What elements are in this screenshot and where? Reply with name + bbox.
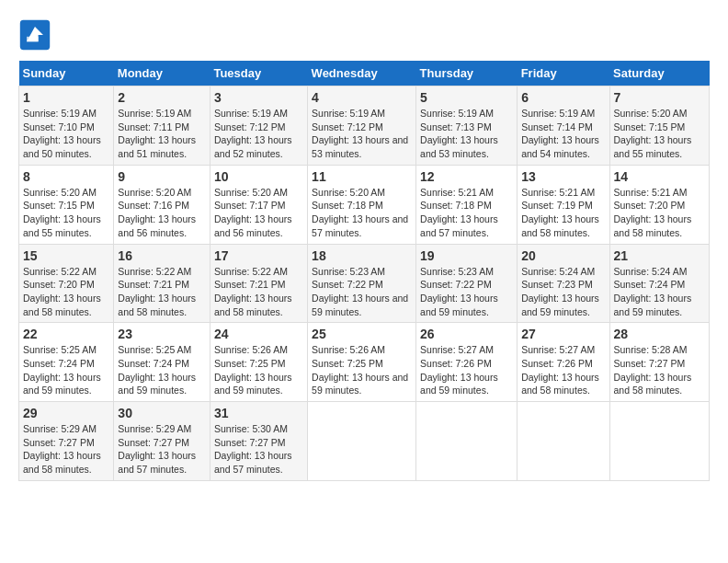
calendar-cell [308, 402, 416, 481]
day-number: 16 [118, 248, 206, 263]
day-info: Sunrise: 5:19 AM Sunset: 7:12 PM Dayligh… [214, 107, 303, 161]
logo-icon [18, 18, 51, 52]
day-number: 23 [118, 327, 206, 341]
calendar-cell: 17 Sunrise: 5:22 AM Sunset: 7:21 PM Dayl… [210, 244, 307, 323]
calendar-cell: 13 Sunrise: 5:21 AM Sunset: 7:19 PM Dayl… [518, 165, 609, 244]
calendar-cell [416, 402, 518, 481]
day-info: Sunrise: 5:22 AM Sunset: 7:21 PM Dayligh… [118, 265, 206, 319]
calendar-cell [518, 402, 609, 481]
day-number: 25 [312, 327, 412, 341]
day-number: 27 [521, 327, 605, 341]
calendar-cell: 27 Sunrise: 5:27 AM Sunset: 7:26 PM Dayl… [518, 323, 609, 402]
weekday-header-sunday: Sunday [19, 61, 114, 86]
day-info: Sunrise: 5:19 AM Sunset: 7:14 PM Dayligh… [521, 107, 605, 161]
calendar-cell: 18 Sunrise: 5:23 AM Sunset: 7:22 PM Dayl… [308, 244, 416, 323]
calendar-cell: 10 Sunrise: 5:20 AM Sunset: 7:17 PM Dayl… [210, 165, 307, 244]
calendar-cell: 3 Sunrise: 5:19 AM Sunset: 7:12 PM Dayli… [210, 86, 307, 166]
day-info: Sunrise: 5:20 AM Sunset: 7:15 PM Dayligh… [23, 186, 109, 240]
day-number: 1 [23, 90, 109, 105]
day-number: 12 [420, 169, 513, 184]
day-info: Sunrise: 5:27 AM Sunset: 7:26 PM Dayligh… [420, 343, 513, 397]
day-info: Sunrise: 5:19 AM Sunset: 7:10 PM Dayligh… [23, 107, 109, 161]
calendar-body: 1 Sunrise: 5:19 AM Sunset: 7:10 PM Dayli… [19, 86, 710, 481]
day-number: 6 [521, 90, 605, 105]
calendar-cell: 12 Sunrise: 5:21 AM Sunset: 7:18 PM Dayl… [416, 165, 518, 244]
day-number: 11 [312, 169, 412, 184]
calendar-cell: 15 Sunrise: 5:22 AM Sunset: 7:20 PM Dayl… [19, 244, 114, 323]
day-number: 19 [420, 248, 513, 263]
calendar-cell: 19 Sunrise: 5:23 AM Sunset: 7:22 PM Dayl… [416, 244, 518, 323]
calendar-week-2: 8 Sunrise: 5:20 AM Sunset: 7:15 PM Dayli… [19, 165, 710, 244]
weekday-header-row: SundayMondayTuesdayWednesdayThursdayFrid… [19, 61, 710, 86]
day-info: Sunrise: 5:21 AM Sunset: 7:19 PM Dayligh… [521, 186, 605, 240]
calendar-cell: 30 Sunrise: 5:29 AM Sunset: 7:27 PM Dayl… [114, 402, 210, 481]
weekday-header-saturday: Saturday [609, 61, 709, 86]
calendar-cell: 26 Sunrise: 5:27 AM Sunset: 7:26 PM Dayl… [416, 323, 518, 402]
logo [18, 18, 55, 52]
calendar-cell: 14 Sunrise: 5:21 AM Sunset: 7:20 PM Dayl… [609, 165, 709, 244]
day-info: Sunrise: 5:24 AM Sunset: 7:23 PM Dayligh… [521, 265, 605, 319]
day-info: Sunrise: 5:19 AM Sunset: 7:12 PM Dayligh… [312, 107, 412, 161]
day-info: Sunrise: 5:22 AM Sunset: 7:20 PM Dayligh… [23, 265, 109, 319]
day-info: Sunrise: 5:20 AM Sunset: 7:17 PM Dayligh… [214, 186, 303, 240]
calendar-week-1: 1 Sunrise: 5:19 AM Sunset: 7:10 PM Dayli… [19, 86, 710, 166]
day-number: 13 [521, 169, 605, 184]
calendar-week-3: 15 Sunrise: 5:22 AM Sunset: 7:20 PM Dayl… [19, 244, 710, 323]
calendar-cell: 22 Sunrise: 5:25 AM Sunset: 7:24 PM Dayl… [19, 323, 114, 402]
day-info: Sunrise: 5:29 AM Sunset: 7:27 PM Dayligh… [118, 422, 206, 477]
calendar-cell: 21 Sunrise: 5:24 AM Sunset: 7:24 PM Dayl… [609, 244, 709, 323]
calendar-cell: 4 Sunrise: 5:19 AM Sunset: 7:12 PM Dayli… [308, 86, 416, 166]
day-number: 18 [312, 248, 412, 263]
weekday-header-monday: Monday [114, 61, 210, 86]
calendar-week-4: 22 Sunrise: 5:25 AM Sunset: 7:24 PM Dayl… [19, 323, 710, 402]
calendar-cell: 23 Sunrise: 5:25 AM Sunset: 7:24 PM Dayl… [114, 323, 210, 402]
day-number: 30 [118, 406, 206, 420]
page-header [18, 18, 710, 52]
day-info: Sunrise: 5:26 AM Sunset: 7:25 PM Dayligh… [312, 343, 412, 397]
calendar-cell: 2 Sunrise: 5:19 AM Sunset: 7:11 PM Dayli… [114, 86, 210, 166]
day-number: 5 [420, 90, 513, 105]
day-number: 2 [118, 90, 206, 105]
day-number: 28 [614, 327, 705, 341]
day-number: 7 [614, 90, 705, 105]
calendar-cell: 8 Sunrise: 5:20 AM Sunset: 7:15 PM Dayli… [19, 165, 114, 244]
day-number: 26 [420, 327, 513, 341]
calendar-cell: 25 Sunrise: 5:26 AM Sunset: 7:25 PM Dayl… [308, 323, 416, 402]
day-info: Sunrise: 5:21 AM Sunset: 7:18 PM Dayligh… [420, 186, 513, 240]
day-number: 9 [118, 169, 206, 184]
day-info: Sunrise: 5:23 AM Sunset: 7:22 PM Dayligh… [420, 265, 513, 319]
day-number: 22 [23, 327, 109, 341]
calendar-cell: 5 Sunrise: 5:19 AM Sunset: 7:13 PM Dayli… [416, 86, 518, 166]
day-number: 14 [614, 169, 705, 184]
day-number: 3 [214, 90, 303, 105]
calendar-cell: 20 Sunrise: 5:24 AM Sunset: 7:23 PM Dayl… [518, 244, 609, 323]
day-info: Sunrise: 5:25 AM Sunset: 7:24 PM Dayligh… [118, 343, 206, 397]
day-info: Sunrise: 5:21 AM Sunset: 7:20 PM Dayligh… [614, 186, 705, 240]
weekday-header-thursday: Thursday [416, 61, 518, 86]
calendar-cell: 28 Sunrise: 5:28 AM Sunset: 7:27 PM Dayl… [609, 323, 709, 402]
day-info: Sunrise: 5:20 AM Sunset: 7:18 PM Dayligh… [312, 186, 412, 240]
calendar-cell: 24 Sunrise: 5:26 AM Sunset: 7:25 PM Dayl… [210, 323, 307, 402]
day-number: 4 [312, 90, 412, 105]
calendar-cell [609, 402, 709, 481]
day-number: 17 [214, 248, 303, 263]
day-number: 29 [23, 406, 109, 420]
day-info: Sunrise: 5:28 AM Sunset: 7:27 PM Dayligh… [614, 343, 705, 397]
day-info: Sunrise: 5:20 AM Sunset: 7:15 PM Dayligh… [614, 107, 705, 161]
day-info: Sunrise: 5:27 AM Sunset: 7:26 PM Dayligh… [521, 343, 605, 397]
day-number: 20 [521, 248, 605, 263]
day-info: Sunrise: 5:22 AM Sunset: 7:21 PM Dayligh… [214, 265, 303, 319]
day-info: Sunrise: 5:30 AM Sunset: 7:27 PM Dayligh… [214, 422, 303, 477]
day-number: 31 [214, 406, 303, 420]
calendar-cell: 7 Sunrise: 5:20 AM Sunset: 7:15 PM Dayli… [609, 86, 709, 166]
day-number: 8 [23, 169, 109, 184]
calendar-cell: 11 Sunrise: 5:20 AM Sunset: 7:18 PM Dayl… [308, 165, 416, 244]
calendar-cell: 6 Sunrise: 5:19 AM Sunset: 7:14 PM Dayli… [518, 86, 609, 166]
calendar-cell: 29 Sunrise: 5:29 AM Sunset: 7:27 PM Dayl… [19, 402, 114, 481]
weekday-header-tuesday: Tuesday [210, 61, 307, 86]
day-info: Sunrise: 5:19 AM Sunset: 7:11 PM Dayligh… [118, 107, 206, 161]
day-info: Sunrise: 5:23 AM Sunset: 7:22 PM Dayligh… [312, 265, 412, 319]
calendar-table: SundayMondayTuesdayWednesdayThursdayFrid… [18, 61, 710, 481]
day-info: Sunrise: 5:24 AM Sunset: 7:24 PM Dayligh… [614, 265, 705, 319]
day-info: Sunrise: 5:25 AM Sunset: 7:24 PM Dayligh… [23, 343, 109, 397]
